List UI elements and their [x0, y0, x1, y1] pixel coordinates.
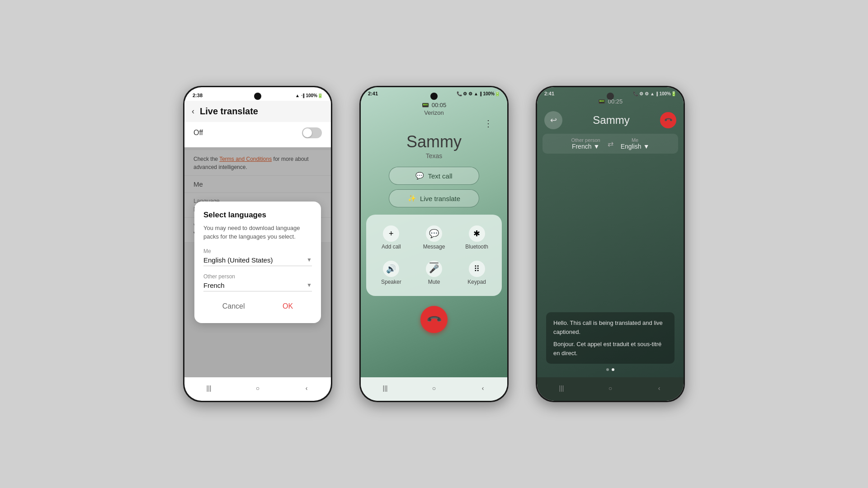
phone1-content: Check the Terms and Conditions for more … — [184, 147, 331, 377]
end-call-button[interactable]: 📞 — [420, 306, 448, 333]
message-label: Message — [423, 244, 445, 250]
p3-end-icon: 📞 — [664, 116, 673, 125]
phone2-content: 2:41 📞 ⚙ ⚙ ▲ ∥ 100%🔋 📟 00:05 Verizon ⋮ S… — [361, 87, 507, 377]
p3-me-lang-arrow: ▼ — [643, 143, 650, 150]
p3-other-lang-arrow: ▼ — [593, 143, 599, 150]
other-field-label: Other person — [203, 273, 312, 280]
me-field-wrap[interactable]: English (United States) ▼ — [203, 256, 312, 266]
live-translate-toggle[interactable] — [302, 127, 322, 138]
end-call-area: 📞 — [361, 300, 507, 336]
p3-dot-2 — [612, 368, 614, 371]
phone-notch-3 — [607, 93, 614, 100]
live-translate-icon: ✨ — [408, 194, 416, 202]
p3-end-button[interactable]: 📞 — [660, 112, 676, 128]
p3-dot-1 — [606, 368, 609, 371]
dialog-desc: You may need to download language packs … — [203, 224, 312, 240]
call-timer: 00:05 — [432, 102, 447, 108]
dialog-overlay: Select languages You may need to downloa… — [184, 147, 331, 377]
nav-back-2[interactable]: ‹ — [476, 382, 489, 394]
p3-other-lang-label: Other person — [571, 137, 600, 143]
time-2: 2:41 — [368, 91, 378, 96]
nav-home-1[interactable]: ○ — [251, 382, 264, 394]
page-title-1: Live translate — [200, 106, 258, 117]
p3-caption-line1: Hello. This call is being translated and… — [553, 319, 667, 336]
me-field: Me English (United States) ▼ — [203, 248, 312, 266]
text-call-icon: 💬 — [415, 172, 424, 180]
status-icons-2: 📞 ⚙ ⚙ ▲ ∥ 100%🔋 — [457, 91, 500, 96]
p3-other-lang-val[interactable]: French ▼ — [572, 143, 599, 150]
p3-me-lang-col: Me English ▼ — [621, 137, 650, 150]
toggle-row: Off — [184, 122, 331, 144]
phone-3: 2:41 📞 ⚙ ⚙ ▲ ∥ 100%🔋 📟 00:25 ↩ Sammy 📞 — [536, 86, 685, 402]
dialog-title: Select languages — [203, 211, 312, 220]
call-timer-icon: 📟 — [422, 102, 429, 108]
phone-notch-2 — [430, 93, 438, 100]
p3-me-lang-name: English — [621, 143, 642, 150]
status-icons-3: 📞 ⚙ ⚙ ▲ ∥ 100%🔋 — [633, 91, 676, 96]
p3-caller-icon: ↩ — [544, 111, 562, 129]
p3-dots — [546, 368, 675, 373]
other-field-arrow: ▼ — [307, 282, 312, 288]
bluetooth-label: Bluetooth — [465, 244, 488, 250]
other-field: Other person French ▼ — [203, 273, 312, 291]
p3-caller-name: Sammy — [562, 114, 660, 127]
end-call-icon: 📞 — [425, 311, 442, 328]
nav-pause-3[interactable]: ||| — [555, 382, 568, 394]
p3-timer-icon: 📟 — [598, 98, 605, 105]
p3-other-lang-name: French — [572, 143, 592, 150]
nav-bar-1: ||| ○ ‹ — [184, 377, 331, 401]
p3-me-lang-val[interactable]: English ▼ — [621, 143, 650, 150]
time-1: 2:38 — [193, 93, 203, 98]
nav-back-1[interactable]: ‹ — [300, 382, 313, 394]
other-field-wrap[interactable]: French ▼ — [203, 282, 312, 291]
bluetooth-icon: ✱ — [469, 225, 485, 242]
text-call-label: Text call — [428, 172, 452, 180]
keypad-panel: + Add call 💬 Message ✱ Bluetooth 🔊 Speak… — [366, 215, 502, 296]
nav-bar-2: ||| ○ ‹ — [361, 377, 507, 401]
p3-transcript: Hello. This call is being translated and… — [537, 157, 684, 377]
bluetooth-cell[interactable]: ✱ Bluetooth — [456, 221, 497, 254]
phone-notch-1 — [254, 93, 261, 100]
nav-back-3[interactable]: ‹ — [653, 382, 665, 394]
add-call-cell[interactable]: + Add call — [371, 221, 412, 254]
select-languages-dialog: Select languages You may need to downloa… — [194, 202, 321, 323]
more-button[interactable]: ⋮ — [484, 118, 500, 129]
keypad-icon: ⠿ — [469, 261, 485, 277]
mute-label: Mute — [428, 279, 440, 285]
speaker-cell[interactable]: 🔊 Speaker — [371, 256, 412, 290]
p3-call-header: ↩ Sammy 📞 — [537, 108, 684, 134]
mute-cell[interactable]: 🎤 Mute — [414, 256, 455, 290]
call-carrier: Verizon — [424, 109, 443, 116]
me-field-arrow: ▼ — [307, 257, 312, 263]
speaker-label: Speaker — [381, 279, 401, 285]
add-call-icon: + — [383, 225, 399, 242]
call-info: 📟 00:05 Verizon — [361, 98, 507, 118]
nav-pause-1[interactable]: ||| — [203, 382, 215, 394]
message-icon: 💬 — [426, 225, 442, 242]
cancel-button[interactable]: Cancel — [212, 299, 256, 314]
keypad-cell-btn[interactable]: ⠿ Keypad — [456, 256, 497, 290]
speaker-icon: 🔊 — [383, 261, 399, 277]
p3-swap-icon[interactable]: ⇄ — [608, 140, 613, 148]
message-cell[interactable]: 💬 Message — [414, 221, 455, 254]
live-translate-header: ‹ Live translate — [184, 101, 331, 122]
mute-icon: 🎤 — [426, 261, 442, 277]
time-3: 2:41 — [544, 91, 554, 96]
caller-name: Sammy — [361, 132, 507, 151]
live-translate-button[interactable]: ✨ Live translate — [389, 189, 479, 207]
toggle-label: Off — [193, 129, 203, 137]
text-call-button[interactable]: 💬 Text call — [389, 167, 479, 185]
p3-lang-row: Other person French ▼ ⇄ Me English ▼ — [542, 134, 678, 154]
me-field-value: English (United States) — [203, 256, 273, 264]
ok-button[interactable]: OK — [272, 299, 304, 314]
phone-2: 2:41 📞 ⚙ ⚙ ▲ ∥ 100%🔋 📟 00:05 Verizon ⋮ S… — [359, 86, 509, 402]
nav-home-3[interactable]: ○ — [604, 382, 617, 394]
nav-home-2[interactable]: ○ — [428, 382, 440, 394]
phone-1: 2:38 ▲ ᐧ∥ 100%🔋 ‹ Live translate Off Che… — [183, 86, 332, 402]
nav-pause-2[interactable]: ||| — [379, 382, 392, 394]
back-button-1[interactable]: ‹ — [192, 107, 194, 116]
add-call-label: Add call — [382, 244, 401, 250]
live-translate-label: Live translate — [420, 195, 460, 202]
other-field-value: French — [203, 282, 225, 289]
keypad-grid: + Add call 💬 Message ✱ Bluetooth 🔊 Speak… — [371, 221, 497, 290]
